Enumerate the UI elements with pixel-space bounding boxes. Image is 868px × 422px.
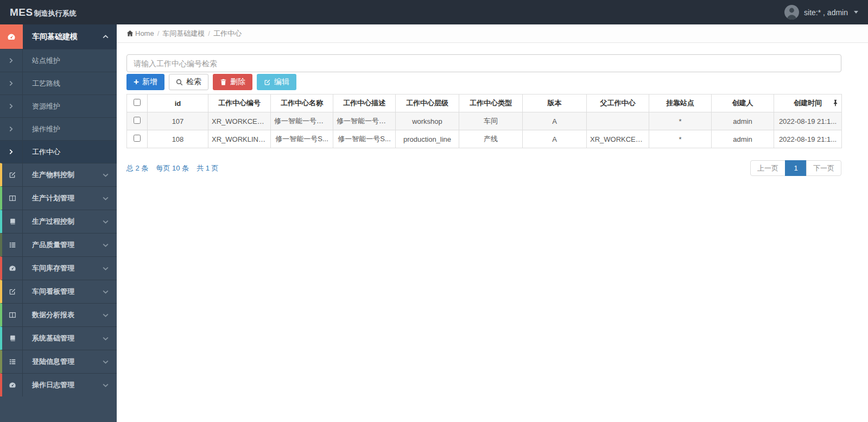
prev-page-button[interactable]: 上一页: [750, 160, 785, 176]
chevron-down-icon: [103, 360, 109, 364]
cell-creator: admin: [712, 112, 774, 130]
list-icon: [2, 234, 23, 256]
row-checkbox[interactable]: [134, 135, 141, 142]
sidebar: 车间基础建模 站点维护 工艺路线 资源维护 操作维护 工作中心 生产物料控制 生…: [0, 24, 117, 422]
page-size: 每页 10 条: [156, 163, 189, 173]
row-checkbox[interactable]: [134, 117, 141, 124]
sidebar-item-label: 登陆信息管理: [23, 357, 103, 367]
sidebar-subitem-resource-maintenance[interactable]: 资源维护: [0, 95, 117, 117]
avatar[interactable]: [784, 5, 799, 20]
cell-name: 修一智能一号S...: [271, 130, 333, 148]
total-count: 总 2 条: [126, 163, 148, 173]
sidebar-subitem-label: 操作维护: [23, 124, 60, 134]
column-header-creator: 创建人: [712, 95, 774, 112]
chevron-down-icon: [103, 290, 109, 294]
column-header-parent: 父工作中心: [587, 95, 649, 112]
add-button[interactable]: + 新增: [126, 74, 164, 90]
cell-parent: XR_WORKCEN...: [587, 130, 649, 148]
page-count: 共 1 页: [197, 163, 218, 173]
sidebar-subitem-label: 资源维护: [23, 102, 60, 111]
user-menu[interactable]: site:* , admin: [784, 5, 858, 20]
sidebar-item-label: 系统基础管理: [23, 333, 103, 343]
chevron-down-icon: [103, 337, 109, 341]
sidebar-item-workshop-modeling[interactable]: 车间基础建模: [0, 24, 117, 49]
sidebar-item-label: 生产计划管理: [23, 193, 103, 203]
cell-created-time: 2022-08-19 21:1...: [774, 112, 842, 130]
book-icon: [2, 327, 23, 350]
sidebar-subitem-operation-maintenance[interactable]: 操作维护: [0, 117, 117, 140]
sidebar-item-workshop-inventory[interactable]: 车间库存管理: [0, 256, 117, 280]
cell-description: 修一智能一号S...: [333, 130, 396, 148]
sidebar-item-production-process[interactable]: 生产过程控制: [0, 210, 117, 233]
search-input[interactable]: [126, 54, 841, 72]
sidebar-item-label: 车间基础建模: [23, 32, 103, 42]
sidebar-item-data-analysis-report[interactable]: 数据分析报表: [0, 303, 117, 326]
sidebar-item-operation-log[interactable]: 操作日志管理: [0, 373, 117, 396]
pin-icon[interactable]: [833, 99, 838, 106]
sidebar-subitem-process-route[interactable]: 工艺路线: [0, 72, 117, 95]
search-button[interactable]: 检索: [169, 74, 208, 90]
sidebar-subitem-label: 工作中心: [23, 147, 60, 157]
column-header-description: 工作中心描述: [333, 95, 396, 112]
delete-button[interactable]: 删除: [213, 74, 252, 90]
edit-icon: [2, 280, 23, 303]
person-icon: [784, 5, 799, 20]
chevron-down-icon: [103, 267, 109, 270]
edit-icon: [264, 79, 271, 86]
caret-down-icon: [854, 11, 858, 14]
pagination-summary: 总 2 条 每页 10 条 共 1 页: [126, 163, 219, 173]
chevron-down-icon: [103, 197, 109, 200]
sidebar-item-workshop-kanban[interactable]: 车间看板管理: [0, 280, 117, 303]
cell-id: 107: [148, 112, 208, 130]
gauge-icon: [2, 257, 23, 280]
column-header-label: 创建时间: [794, 99, 822, 107]
sidebar-item-product-quality[interactable]: 产品质量管理: [0, 233, 117, 256]
row-select-cell: [127, 130, 148, 148]
cell-parent: [587, 112, 649, 130]
gauge-icon: [2, 374, 23, 396]
cell-level: production_line: [396, 130, 459, 148]
add-button-label: 新增: [142, 77, 157, 87]
page-1-button[interactable]: 1: [785, 160, 807, 176]
table-footer: 总 2 条 每页 10 条 共 1 页 上一页 1 下一页: [126, 160, 841, 176]
sidebar-item-label: 产品质量管理: [23, 240, 103, 250]
table-row: 107 XR_WORKCEN... 修一智能一号车间 修一智能一号车间 work…: [127, 112, 842, 130]
chevron-right-icon: [0, 72, 23, 95]
column-header-version: 版本: [523, 95, 587, 112]
chevron-down-icon: [103, 383, 109, 387]
sidebar-subitem-label: 工艺路线: [23, 79, 60, 89]
table-row: 108 XR_WORKLINE... 修一智能一号S... 修一智能一号S...…: [127, 130, 842, 148]
next-page-button[interactable]: 下一页: [806, 160, 841, 176]
sidebar-item-system-basic[interactable]: 系统基础管理: [0, 326, 117, 350]
sidebar-subitem-station-maintenance[interactable]: 站点维护: [0, 49, 117, 72]
app-logo: MES 制造执行系统: [10, 7, 77, 18]
sidebar-item-login-info[interactable]: 登陆信息管理: [0, 350, 117, 373]
edit-button[interactable]: 编辑: [257, 74, 296, 90]
user-label: site:* , admin: [804, 8, 848, 17]
cell-created-time: 2022-08-19 21:1...: [774, 130, 842, 148]
chevron-right-icon: [0, 95, 23, 117]
sidebar-subitem-work-center[interactable]: 工作中心: [0, 140, 117, 163]
breadcrumb-level1[interactable]: 车间基础建模: [162, 29, 205, 39]
breadcrumb-separator: /: [157, 29, 160, 37]
cell-code: XR_WORKLINE...: [208, 130, 271, 148]
work-center-table: id 工作中心编号 工作中心名称 工作中心描述 工作中心层级 工作中心类型 版本…: [126, 94, 842, 148]
page-body: + 新增 检索 删除 编辑: [117, 43, 868, 176]
gauge-icon: [0, 24, 23, 49]
chevron-down-icon: [103, 220, 109, 224]
column-header-code: 工作中心编号: [208, 95, 271, 112]
chevron-down-icon: [103, 173, 109, 177]
cell-description: 修一智能一号车间: [333, 112, 396, 130]
sidebar-item-production-plan[interactable]: 生产计划管理: [0, 186, 117, 210]
search-icon: [176, 79, 183, 86]
sidebar-item-production-material[interactable]: 生产物料控制: [0, 163, 117, 186]
pagination: 上一页 1 下一页: [750, 160, 841, 176]
sidebar-item-label: 数据分析报表: [23, 310, 103, 320]
select-all-checkbox[interactable]: [134, 99, 141, 106]
chevron-down-icon: [103, 243, 109, 247]
columns-icon: [2, 304, 23, 326]
top-navbar: MES 制造执行系统 site:* , admin: [0, 0, 868, 24]
cell-creator: admin: [712, 130, 774, 148]
table-header-row: id 工作中心编号 工作中心名称 工作中心描述 工作中心层级 工作中心类型 版本…: [127, 95, 842, 112]
breadcrumb-home[interactable]: Home: [126, 29, 154, 37]
